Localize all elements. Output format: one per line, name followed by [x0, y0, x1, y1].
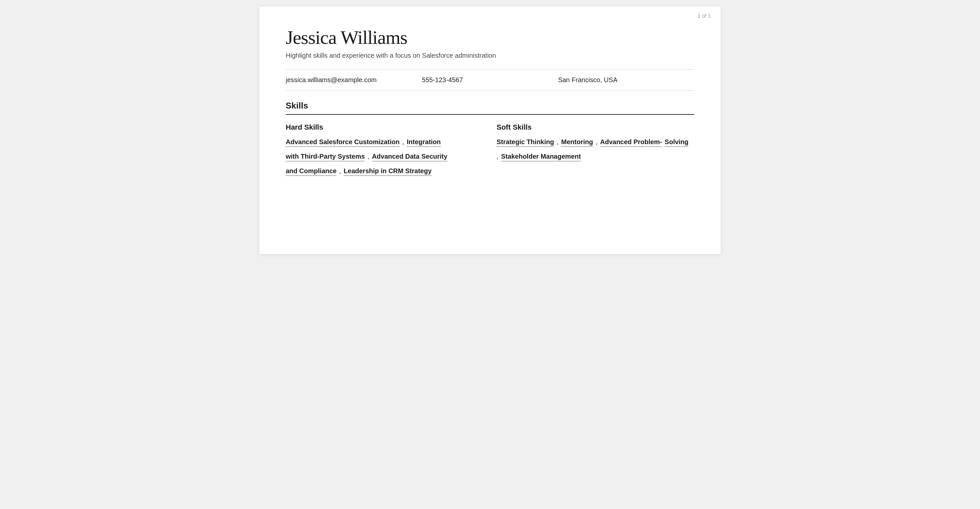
soft-skills-title: Soft Skills [496, 123, 694, 132]
skill-tag: with Third-Party Systems [286, 153, 365, 161]
skill-tag: Solving [665, 138, 688, 147]
hard-skills-tags: Advanced Salesforce Customization, Integ… [286, 138, 484, 182]
skill-tag: Integration [407, 138, 441, 147]
skill-tag: Advanced Salesforce Customization [286, 138, 400, 147]
skill-sep: , [596, 138, 598, 146]
contact-email: jessica.williams@example.com [286, 76, 422, 84]
soft-skills-column: Soft Skills Strategic Thinking, Mentorin… [496, 123, 694, 182]
skills-grid: Hard Skills Advanced Salesforce Customiz… [286, 123, 694, 182]
skill-tag: Stakeholder Management [501, 153, 581, 161]
skill-tag: and Compliance [286, 167, 336, 176]
skill-sep: , [496, 153, 499, 160]
contact-section: jessica.williams@example.com 555-123-456… [286, 69, 694, 91]
resume-subtitle: Highlight skills and experience with a f… [286, 52, 694, 59]
contact-location: San Francisco, USA [558, 76, 694, 84]
skill-tag: Strategic Thinking [496, 138, 554, 147]
skill-tag: Advanced Data Security [372, 153, 447, 161]
skill-sep: , [402, 138, 404, 146]
skills-section: Skills Hard Skills Advanced Salesforce C… [286, 101, 694, 182]
skill-sep: , [339, 167, 341, 175]
name-section: Jessica Williams Highlight skills and ex… [286, 26, 694, 59]
hard-skills-column: Hard Skills Advanced Salesforce Customiz… [286, 123, 484, 182]
resume-name: Jessica Williams [286, 26, 694, 48]
contact-phone: 555-123-4567 [422, 76, 558, 84]
skill-tag: Mentoring [561, 138, 593, 147]
resume-page: 1 of 1 Jessica Williams Highlight skills… [259, 6, 721, 254]
skill-tag: Leadership in CRM Strategy [344, 167, 432, 176]
skill-sep: , [557, 138, 558, 146]
skill-sep: , [368, 153, 369, 160]
skill-tag: Advanced Problem- [600, 138, 662, 147]
page-counter: 1 of 1 [698, 13, 711, 19]
skills-header: Skills [286, 101, 694, 111]
skills-divider [286, 114, 694, 115]
hard-skills-title: Hard Skills [286, 123, 484, 132]
soft-skills-tags: Strategic Thinking, Mentoring, Advanced … [496, 138, 694, 167]
